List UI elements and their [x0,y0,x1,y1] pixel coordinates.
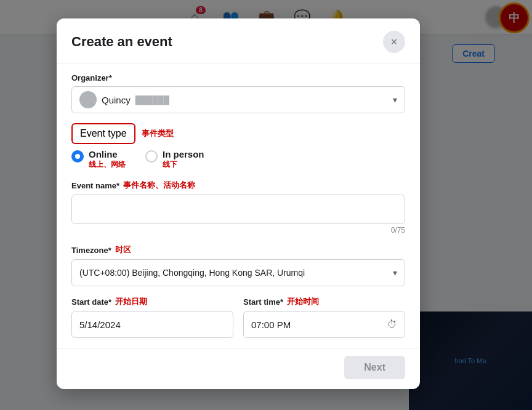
event-type-label-row: Event type 事件类型 [71,123,405,144]
clock-icon: ⏱ [387,319,397,330]
char-count: 0/75 [71,226,405,235]
organizer-group: Organizer* Quincy ██████ ▾ [71,73,405,113]
start-time-label-row: Start time* 开始时间 [243,296,405,307]
next-button[interactable]: Next [344,356,405,379]
in-person-zh: 线下 [163,159,204,170]
event-type-zh: 事件类型 [142,128,174,139]
start-time-value: 07:00 PM [251,320,291,330]
organizer-name: Quincy [102,95,131,105]
create-event-modal: Create an event × Organizer* Quincy ████… [57,18,420,389]
start-date-value: 5/14/2024 [79,320,121,330]
in-person-option[interactable]: In person 线下 [145,149,204,170]
start-date-label-row: Start date* 开始日期 [71,296,233,307]
online-radio-text: Online 线上、网络 [89,149,126,170]
modal-header: Create an event × [57,18,420,63]
modal-footer: Next [57,348,420,389]
close-icon: × [391,36,398,49]
timezone-chevron-icon: ▾ [393,268,397,278]
online-radio-button[interactable] [71,150,84,163]
datetime-row: Start date* 开始日期 5/14/2024 Start time* 开… [71,296,405,338]
start-date-input[interactable]: 5/14/2024 [71,311,233,338]
online-zh: 线上、网络 [89,159,126,170]
start-date-label: Start date* [71,297,111,307]
event-name-group: Event name* 事件名称、活动名称 0/75 [71,180,405,235]
organizer-left: Quincy ██████ [79,91,169,108]
online-option[interactable]: Online 线上、网络 [71,149,126,170]
start-time-input[interactable]: 07:00 PM ⏱ [243,311,405,338]
timezone-dropdown[interactable]: (UTC+08:00) Beijing, Chongqing, Hong Kon… [71,259,405,286]
event-type-radio-group: Online 线上、网络 In person 线下 [71,149,405,170]
organizer-label: Organizer* [71,73,405,82]
event-type-group: Event type 事件类型 Online 线上、网络 [71,123,405,170]
timezone-zh: 时区 [115,244,131,255]
modal-body: Organizer* Quincy ██████ ▾ Event type 事件… [57,63,420,348]
timezone-group: Timezone* 时区 (UTC+08:00) Beijing, Chongq… [71,244,405,286]
close-modal-button[interactable]: × [383,31,405,53]
event-type-box: Event type [71,123,135,144]
event-name-input[interactable] [71,195,405,224]
event-name-zh: 事件名称、活动名称 [123,180,195,191]
timezone-label-row: Timezone* 时区 [71,244,405,255]
online-radio-inner [75,154,80,159]
online-label: Online [89,149,126,159]
timezone-label: Timezone* [71,246,111,255]
in-person-radio-text: In person 线下 [163,149,204,170]
in-person-label: In person [163,149,204,159]
modal-title: Create an event [71,34,172,50]
event-type-label: Event type [80,128,127,139]
organizer-dropdown[interactable]: Quincy ██████ ▾ [71,86,405,113]
in-person-radio-button[interactable] [145,150,158,163]
start-time-label: Start time* [243,297,283,307]
start-date-zh: 开始日期 [115,296,147,307]
organizer-name-suffix: ██████ [135,95,169,105]
organizer-chevron-icon: ▾ [393,95,397,105]
event-name-label-row: Event name* 事件名称、活动名称 [71,180,405,191]
start-time-col: Start time* 开始时间 07:00 PM ⏱ [243,296,405,338]
timezone-value: (UTC+08:00) Beijing, Chongqing, Hong Kon… [79,268,305,278]
start-date-col: Start date* 开始日期 5/14/2024 [71,296,233,338]
organizer-avatar [79,91,97,108]
start-time-zh: 开始时间 [287,296,319,307]
event-name-label: Event name* [71,181,119,190]
